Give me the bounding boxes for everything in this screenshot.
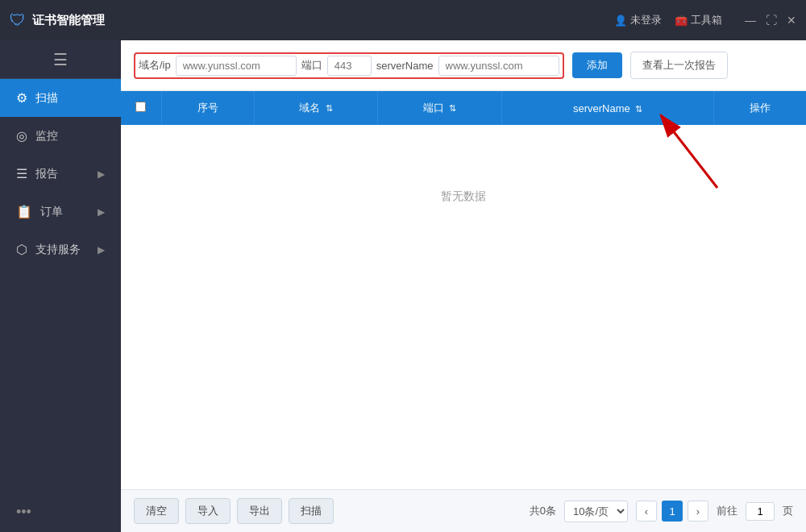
- domain-label: 域名/ip: [139, 58, 171, 73]
- sidebar-more-button[interactable]: •••: [0, 493, 121, 532]
- goto-prefix-label: 前往: [717, 504, 737, 518]
- server-name-label: serverName: [376, 60, 434, 72]
- sort-port-icon: ⇅: [449, 103, 456, 113]
- data-table: 序号 域名 ⇅ 端口 ⇅ serverName ⇅ 操作: [121, 91, 806, 268]
- toolbox-button[interactable]: 🧰 工具箱: [675, 13, 722, 27]
- menu-icon: ☰: [53, 50, 68, 69]
- view-report-button[interactable]: 查看上一次报告: [630, 52, 728, 79]
- header-port[interactable]: 端口 ⇅: [378, 91, 502, 125]
- next-page-button[interactable]: ›: [688, 501, 708, 522]
- sidebar-item-monitor[interactable]: ◎ 监控: [0, 117, 121, 155]
- user-login-button[interactable]: 👤 未登录: [614, 13, 662, 27]
- page-navigation: ‹ 1 ›: [636, 501, 708, 522]
- sidebar: ☰ ⚙ 扫描 ◎ 监控 ☰ 报告 ▶ 📋 订单 ▶ ⬡ 支持服务 ▶ •••: [0, 40, 121, 532]
- goto-page-input[interactable]: [746, 502, 775, 521]
- header-domain[interactable]: 域名 ⇅: [254, 91, 378, 125]
- sidebar-support-label: 支持服务: [35, 243, 81, 257]
- sidebar-monitor-label: 监控: [35, 129, 58, 143]
- header-action: 操作: [714, 91, 806, 125]
- port-input[interactable]: [327, 56, 372, 76]
- maximize-button[interactable]: ⛶: [766, 14, 777, 27]
- sidebar-report-label: 报告: [35, 167, 58, 181]
- sidebar-scan-label: 扫描: [35, 91, 58, 106]
- scan-button[interactable]: 扫描: [289, 498, 334, 524]
- chevron-right-icon: ▶: [98, 244, 105, 256]
- total-count: 共0条: [530, 504, 556, 518]
- sort-domain-icon: ⇅: [326, 103, 333, 113]
- select-all-checkbox[interactable]: [135, 102, 146, 112]
- user-icon: 👤: [614, 15, 627, 27]
- sidebar-item-report[interactable]: ☰ 报告 ▶: [0, 155, 121, 193]
- order-icon: 📋: [16, 204, 32, 219]
- sidebar-item-support[interactable]: ⬡ 支持服务 ▶: [0, 231, 121, 268]
- toolbox-label: 工具箱: [691, 13, 722, 27]
- search-input-group: 域名/ip 端口 serverName: [134, 52, 564, 79]
- bottom-toolbar: 清空 导入 导出 扫描 共0条 10条/页 20条/页 50条/页 ‹ 1 › …: [121, 489, 806, 532]
- port-label: 端口: [301, 58, 322, 73]
- domain-input[interactable]: [176, 56, 297, 76]
- import-button[interactable]: 导入: [185, 498, 231, 524]
- sidebar-item-order[interactable]: 📋 订单 ▶: [0, 193, 121, 231]
- minimize-button[interactable]: —: [745, 14, 756, 27]
- empty-row: 暂无数据: [121, 125, 806, 268]
- header-server-name[interactable]: serverName ⇅: [501, 91, 713, 125]
- export-button[interactable]: 导出: [237, 498, 282, 524]
- pagination-info: 共0条 10条/页 20条/页 50条/页 ‹ 1 › 前往 页: [530, 501, 793, 522]
- monitor-icon: ◎: [16, 128, 27, 143]
- close-button[interactable]: ✕: [787, 14, 796, 27]
- table-header-row: 序号 域名 ⇅ 端口 ⇅ serverName ⇅ 操作: [121, 91, 806, 125]
- clear-button[interactable]: 清空: [134, 498, 179, 524]
- search-topbar: 域名/ip 端口 serverName 添加 查看上一次报告: [121, 40, 806, 91]
- main-layout: ☰ ⚙ 扫描 ◎ 监控 ☰ 报告 ▶ 📋 订单 ▶ ⬡ 支持服务 ▶ •••: [0, 40, 806, 532]
- data-table-container: 序号 域名 ⇅ 端口 ⇅ serverName ⇅ 操作: [121, 91, 806, 489]
- scan-icon: ⚙: [16, 90, 27, 106]
- report-icon: ☰: [16, 166, 27, 181]
- app-logo-icon: 🛡: [10, 11, 26, 30]
- goto-suffix-label: 页: [783, 504, 793, 518]
- user-label: 未登录: [630, 13, 662, 27]
- page-size-select[interactable]: 10条/页 20条/页 50条/页: [564, 501, 628, 522]
- chevron-right-icon: ▶: [98, 206, 105, 218]
- app-title: 证书智能管理: [32, 13, 614, 28]
- sort-server-icon: ⇅: [635, 104, 642, 114]
- more-icon: •••: [16, 504, 31, 520]
- header-index: 序号: [161, 91, 254, 125]
- empty-text: 暂无数据: [441, 189, 486, 202]
- sidebar-order-label: 订单: [40, 205, 63, 219]
- server-name-input[interactable]: [438, 56, 559, 76]
- support-icon: ⬡: [16, 242, 27, 257]
- current-page-button[interactable]: 1: [662, 501, 683, 522]
- chevron-right-icon: ▶: [98, 168, 105, 180]
- table-body: 暂无数据: [121, 125, 806, 268]
- toolbox-icon: 🧰: [675, 15, 688, 27]
- prev-page-button[interactable]: ‹: [636, 501, 657, 522]
- titlebar: 🛡 证书智能管理 👤 未登录 🧰 工具箱 — ⛶ ✕: [0, 0, 806, 40]
- add-button[interactable]: 添加: [572, 52, 622, 78]
- sidebar-item-scan[interactable]: ⚙ 扫描: [0, 79, 121, 117]
- header-checkbox-col: [121, 91, 161, 125]
- content-area: 域名/ip 端口 serverName 添加 查看上一次报告: [121, 40, 806, 532]
- menu-toggle-button[interactable]: ☰: [0, 40, 121, 79]
